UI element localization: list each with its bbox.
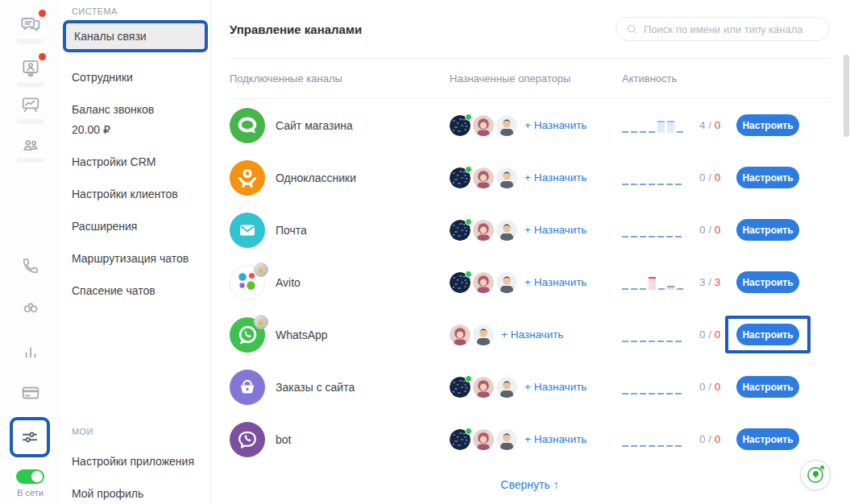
employees-icon[interactable] bbox=[19, 134, 43, 158]
operator-avatars bbox=[450, 429, 520, 450]
sidebar-item-chat-rescue[interactable]: Спасение чатов bbox=[60, 283, 210, 298]
channel-name: Почта bbox=[276, 224, 307, 237]
operator-avatar[interactable] bbox=[473, 429, 494, 450]
configure-button[interactable]: Настроить bbox=[736, 114, 799, 136]
operator-avatar[interactable] bbox=[473, 272, 494, 293]
collapse-link[interactable]: Свернуть ↑ bbox=[500, 478, 558, 491]
operator-avatar[interactable] bbox=[496, 220, 517, 241]
contacts-icon[interactable] bbox=[19, 56, 43, 80]
configure-button[interactable]: Настроить bbox=[736, 324, 799, 345]
activity-counts: 0 / 0 bbox=[699, 224, 720, 236]
sidebar-item-chat-routing[interactable]: Маршрутизация чатов bbox=[60, 251, 210, 266]
operator-avatar[interactable] bbox=[450, 377, 471, 398]
operator-avatar[interactable] bbox=[450, 324, 471, 345]
assign-operator-link[interactable]: + Назначить bbox=[525, 381, 587, 393]
sidebar-item-crm-settings[interactable]: Настройки CRM bbox=[60, 155, 210, 169]
site-channel-icon bbox=[230, 108, 265, 143]
online-status-dot bbox=[465, 114, 472, 121]
rail-label-ghost bbox=[17, 39, 44, 43]
activity-sparkline bbox=[622, 432, 693, 447]
ok-channel-icon bbox=[230, 160, 265, 196]
open-chats-count: 0 bbox=[699, 381, 706, 393]
open-chats-count: 0 bbox=[699, 328, 706, 341]
missed-chats-count: 0 bbox=[715, 433, 721, 445]
assign-operator-link[interactable]: + Назначить bbox=[525, 276, 587, 288]
open-chats-count: 0 bbox=[699, 433, 706, 445]
sidebar-item-call-balance[interactable]: Баланс звонков 20.00 ₽ bbox=[60, 102, 210, 137]
operator-avatar[interactable] bbox=[496, 272, 517, 293]
online-status-dot bbox=[465, 428, 472, 435]
missed-chats-count: 0 bbox=[715, 328, 721, 341]
deals-icon[interactable] bbox=[19, 93, 43, 117]
missed-chats-count: 0 bbox=[715, 224, 721, 236]
operator-avatar[interactable] bbox=[496, 377, 517, 398]
operator-avatar[interactable] bbox=[496, 167, 517, 188]
online-status-dot bbox=[465, 218, 472, 225]
assign-operator-link[interactable]: + Назначить bbox=[525, 224, 587, 236]
stats-icon[interactable] bbox=[19, 340, 43, 364]
activity-counts: 3 / 3 bbox=[699, 276, 720, 288]
column-channels: Подключенные каналы bbox=[230, 72, 450, 85]
support-chat-widget-button[interactable] bbox=[800, 460, 831, 490]
channel-list: Сайт магазина + Назначить 4 / 0 Настроит… bbox=[230, 99, 830, 465]
channel-name: Заказы с сайта bbox=[276, 381, 355, 394]
operator-avatar[interactable] bbox=[496, 429, 517, 450]
operator-avatar[interactable] bbox=[473, 220, 494, 241]
billing-icon[interactable] bbox=[19, 381, 43, 405]
operator-avatars bbox=[450, 220, 520, 241]
operator-avatar[interactable] bbox=[450, 220, 471, 241]
operator-avatar[interactable] bbox=[473, 115, 494, 136]
chats-icon[interactable] bbox=[19, 12, 43, 36]
crown-badge-icon: ♛ bbox=[254, 315, 268, 329]
app-window: В сети СИСТЕМА Каналы связи Сотрудники Б… bbox=[0, 0, 850, 504]
configure-button[interactable]: Настроить bbox=[736, 428, 799, 450]
settings-icon-active[interactable] bbox=[10, 417, 50, 457]
assign-operator-link[interactable]: + Назначить bbox=[501, 328, 563, 341]
search-input[interactable] bbox=[644, 23, 819, 35]
operator-avatars bbox=[450, 377, 520, 398]
operator-avatars bbox=[450, 272, 520, 293]
operator-avatar[interactable] bbox=[450, 167, 471, 188]
widget-status-dot bbox=[820, 465, 824, 469]
vertical-scrollbar[interactable] bbox=[844, 55, 849, 137]
configure-button[interactable]: Настроить bbox=[736, 219, 799, 241]
sidebar-item-app-settings[interactable]: Настройки приложения bbox=[60, 454, 210, 469]
activity-sparkline bbox=[622, 275, 693, 290]
activity-sparkline bbox=[622, 223, 693, 238]
search-icon[interactable] bbox=[19, 295, 43, 320]
configure-button[interactable]: Настроить bbox=[736, 376, 799, 398]
sidebar-item-my-profile[interactable]: Мой профиль bbox=[60, 486, 210, 501]
orders-channel-icon bbox=[230, 370, 265, 405]
sidebar-item-client-settings[interactable]: Настройки клиентов bbox=[60, 187, 210, 201]
activity-counts: 0 / 0 bbox=[699, 433, 720, 445]
operator-avatar[interactable] bbox=[473, 324, 494, 345]
column-activity: Активность bbox=[622, 72, 736, 85]
column-operators: Назначенные операторы bbox=[450, 72, 622, 85]
channel-row-viber: bot + Назначить 0 / 0 Настроить bbox=[230, 413, 830, 465]
call-balance-value: 20.00 ₽ bbox=[72, 122, 199, 137]
sidebar-item-extensions[interactable]: Расширения bbox=[60, 219, 210, 233]
sidebar-item-employees[interactable]: Сотрудники bbox=[60, 70, 210, 85]
missed-chats-count: 3 bbox=[715, 276, 721, 288]
operator-avatar[interactable] bbox=[473, 167, 494, 188]
operator-avatar[interactable] bbox=[450, 272, 471, 293]
sidebar-section-my: МОИ bbox=[72, 427, 210, 436]
notification-badge bbox=[39, 10, 46, 17]
assign-operator-link[interactable]: + Назначить bbox=[525, 119, 587, 131]
assign-operator-link[interactable]: + Назначить bbox=[525, 171, 587, 184]
sidebar-item-channels[interactable]: Каналы связи bbox=[63, 20, 208, 52]
channel-name: Avito bbox=[276, 276, 301, 289]
operator-avatar[interactable] bbox=[473, 377, 494, 398]
missed-chats-count: 0 bbox=[715, 381, 721, 393]
operator-avatar[interactable] bbox=[450, 115, 471, 136]
online-status-toggle[interactable] bbox=[16, 469, 44, 484]
operator-avatar[interactable] bbox=[450, 429, 471, 450]
activity-counts: 0 / 0 bbox=[699, 328, 720, 341]
assign-operator-link[interactable]: + Назначить bbox=[525, 433, 587, 445]
avito-channel-icon: ♛ bbox=[230, 265, 265, 300]
calls-icon[interactable] bbox=[19, 254, 43, 278]
configure-button[interactable]: Настроить bbox=[736, 271, 799, 293]
rail-label-ghost bbox=[17, 119, 44, 124]
configure-button[interactable]: Настроить bbox=[736, 167, 799, 188]
operator-avatar[interactable] bbox=[496, 115, 517, 136]
